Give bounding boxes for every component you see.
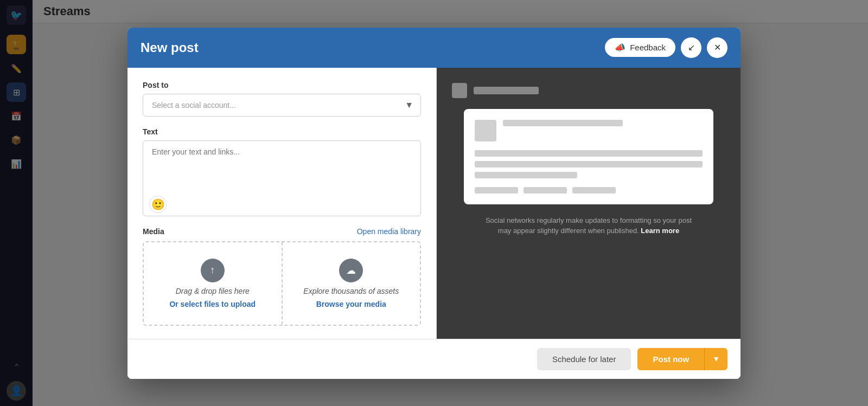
cloud-upload-icon: ☁ [339, 259, 363, 282]
modal-title: New post [141, 40, 199, 55]
text-label: Text [143, 127, 421, 136]
drag-drop-main-text: Drag & drop files here [176, 287, 250, 295]
modal-body: Post to Select a social account... ▼ Tex… [127, 68, 741, 339]
media-upload-area: ↑ Drag & drop files here Or select files… [143, 241, 421, 326]
learn-more-link[interactable]: Learn more [641, 227, 679, 235]
close-icon: ✕ [714, 42, 721, 53]
social-account-select[interactable]: Select a social account... [143, 94, 421, 117]
feedback-button[interactable]: 📣 Feedback [605, 38, 675, 57]
media-section: Media Open media library ↑ Drag & drop f… [143, 227, 421, 326]
close-button[interactable]: ✕ [707, 37, 727, 58]
preview-body-line-1 [475, 150, 703, 157]
minimize-button[interactable]: ↙ [681, 37, 701, 58]
modal-left-panel: Post to Select a social account... ▼ Tex… [127, 68, 437, 339]
upload-arrow-icon: ↑ [201, 259, 225, 282]
modal-right-panel: Social networks regularly make updates t… [437, 68, 741, 339]
post-now-dropdown-button[interactable]: ▼ [705, 348, 727, 370]
minimize-icon: ↙ [688, 42, 695, 53]
preview-card-header [475, 120, 703, 141]
drag-drop-zone[interactable]: ↑ Drag & drop files here Or select files… [144, 242, 283, 325]
preview-card-avatar [475, 120, 496, 141]
preview-disclaimer: Social networks regularly make updates t… [480, 215, 697, 236]
media-header: Media Open media library [143, 227, 421, 236]
post-text-input[interactable] [143, 140, 421, 216]
preview-footer-item-3 [572, 187, 616, 194]
preview-line-1 [503, 120, 623, 126]
post-now-wrapper: Post now ▼ [637, 348, 727, 370]
preview-footer-item-2 [524, 187, 567, 194]
feedback-label: Feedback [630, 43, 666, 52]
modal-header-actions: 📣 Feedback ↙ ✕ [605, 37, 727, 58]
explore-main-text: Explore thousands of assets [303, 287, 399, 295]
schedule-for-later-button[interactable]: Schedule for later [537, 348, 631, 370]
preview-card-lines [503, 120, 703, 141]
preview-footer-item-1 [475, 187, 518, 194]
explore-assets-zone[interactable]: ☁ Explore thousands of assets Browse you… [283, 242, 420, 325]
post-now-dropdown-icon: ▼ [712, 355, 720, 363]
emoji-button[interactable]: 🙂 [149, 196, 167, 213]
megaphone-icon: 📣 [615, 42, 626, 53]
modal-overlay: New post 📣 Feedback ↙ ✕ Post to [0, 0, 868, 406]
modal-header: New post 📣 Feedback ↙ ✕ [127, 28, 741, 68]
post-to-label: Post to [143, 81, 421, 89]
preview-card-body [475, 150, 703, 178]
emoji-icon: 🙂 [151, 198, 165, 211]
text-area-wrapper: 🙂 [143, 140, 421, 218]
select-files-link[interactable]: Or select files to upload [169, 300, 256, 308]
browse-media-link[interactable]: Browse your media [316, 300, 386, 308]
preview-card [464, 109, 713, 204]
text-field: Text 🙂 [143, 127, 421, 218]
preview-body-line-2 [475, 161, 703, 167]
new-post-modal: New post 📣 Feedback ↙ ✕ Post to [127, 28, 741, 379]
media-label: Media [143, 227, 164, 236]
preview-avatar-placeholder [452, 83, 467, 98]
open-media-library-link[interactable]: Open media library [357, 227, 421, 236]
post-now-button[interactable]: Post now [637, 348, 705, 370]
modal-footer: Schedule for later Post now ▼ [127, 339, 741, 379]
preview-card-footer [475, 187, 703, 194]
preview-name-placeholder [474, 87, 539, 94]
social-account-select-wrapper: Select a social account... ▼ [143, 94, 421, 117]
preview-header [452, 83, 725, 98]
post-to-field: Post to Select a social account... ▼ [143, 81, 421, 117]
preview-body-line-3 [475, 172, 577, 178]
